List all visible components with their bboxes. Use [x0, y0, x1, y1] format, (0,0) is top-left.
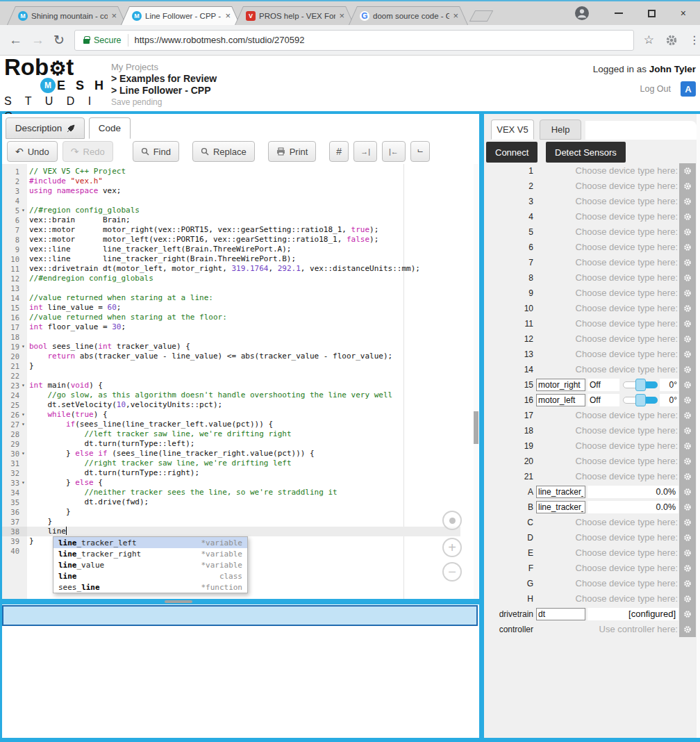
code-line[interactable]: 27▾ if(sees_line(line_tracker_left.value… [2, 420, 460, 429]
breadcrumb-folder[interactable]: > Examples for Review [111, 73, 217, 85]
device-gear-button[interactable] [679, 393, 696, 408]
fold-arrow-icon[interactable]: ▾ [19, 410, 27, 420]
device-gear-button[interactable] [679, 316, 696, 331]
device-gear-button[interactable] [679, 240, 696, 255]
device-gear-button[interactable] [679, 622, 696, 637]
redo-button[interactable]: ↷Redo [62, 141, 113, 162]
minimize-button[interactable] [615, 13, 623, 14]
code-line[interactable]: 16//value returned when staring at the f… [2, 313, 460, 322]
forward-icon[interactable]: → [31, 33, 44, 48]
browser-tab[interactable]: VPROS help - VEX Forum× [235, 6, 354, 25]
code-line[interactable]: 8vex::motor motor_left(vex::PORT16, vex:… [2, 235, 460, 245]
device-gear-button[interactable] [679, 377, 696, 393]
device-gear-button[interactable] [679, 209, 696, 224]
tab-description[interactable]: Description [6, 117, 85, 139]
device-name-input[interactable] [536, 501, 585, 513]
maximize-button[interactable] [648, 10, 656, 17]
slider-handle[interactable] [635, 379, 646, 391]
pin-icon[interactable] [67, 124, 75, 133]
code-line[interactable]: 10vex::line line_tracker_right(Brain.Thr… [2, 254, 460, 264]
line-numbers-button[interactable]: # [329, 141, 349, 162]
tab-help[interactable]: Help [540, 119, 581, 140]
autocomplete-item[interactable]: line_value*variable [53, 559, 247, 570]
device-gear-button[interactable] [679, 423, 696, 438]
device-gear-button[interactable] [679, 347, 696, 362]
device-gear-button[interactable] [679, 224, 696, 240]
device-gear-button[interactable] [679, 270, 696, 286]
motor-power-slider[interactable] [623, 381, 658, 388]
zoom-in-button[interactable]: + [442, 538, 462, 557]
device-gear-button[interactable] [679, 607, 696, 622]
device-name-input[interactable] [536, 394, 585, 406]
vertical-divider[interactable] [479, 114, 484, 742]
zoom-out-button[interactable]: − [442, 562, 462, 582]
refresh-icon[interactable]: ↻ [53, 32, 65, 48]
translate-icon[interactable]: A [681, 81, 696, 97]
device-name-input[interactable] [536, 379, 585, 391]
tab-close-icon[interactable]: × [225, 11, 231, 20]
tab-close-icon[interactable]: × [339, 11, 344, 20]
autocomplete-item[interactable]: line_tracker_left*variable [53, 537, 247, 548]
code-line[interactable]: 23▾int main(void) { [2, 381, 460, 390]
code-line[interactable]: 6vex::brain Brain; [2, 215, 460, 225]
tab-code[interactable]: Code [89, 117, 131, 139]
device-name-input[interactable] [536, 486, 585, 498]
profile-icon[interactable] [574, 6, 590, 21]
toggle-comment-button[interactable]: ¬ [410, 141, 430, 162]
code-line[interactable]: 17int floor_value = 30; [2, 322, 460, 332]
tab-vex-v5[interactable]: VEX V5 [491, 119, 534, 140]
print-button[interactable]: Print [268, 141, 317, 162]
url-omnibox[interactable]: Secure https://www.robotmesh.com/studio/… [74, 30, 634, 51]
code-line[interactable]: 2#include "vex.h" [2, 176, 460, 186]
browser-tab[interactable]: MShining mountain - copy× [7, 6, 126, 25]
autocomplete-item[interactable]: line_tracker_right*variable [53, 548, 247, 559]
device-gear-button[interactable] [679, 255, 696, 270]
code-line[interactable]: 7vex::motor motor_right(vex::PORT15, vex… [2, 225, 460, 235]
device-name-input[interactable] [536, 608, 585, 620]
device-gear-button[interactable] [679, 469, 696, 484]
device-gear-button[interactable] [679, 484, 696, 500]
autocomplete-item[interactable]: lineclass [53, 570, 247, 582]
code-line[interactable]: 24 //go slow, as this algorithm doesn't … [2, 390, 460, 400]
logout-link[interactable]: Log Out [640, 84, 671, 94]
fold-arrow-icon[interactable]: ▾ [19, 381, 27, 390]
code-line[interactable]: 14//value returned when staring at a lin… [2, 293, 460, 303]
code-line[interactable]: 28 //left tracker saw line, we're drifti… [2, 429, 460, 439]
device-gear-button[interactable] [679, 301, 696, 316]
code-line[interactable]: 30▾ } else if (sees_line(line_tracker_ri… [2, 449, 460, 459]
device-gear-button[interactable] [679, 454, 696, 469]
scroll-target-icon[interactable] [442, 511, 462, 530]
browser-tab[interactable]: Gdoom source code - Goo× [349, 6, 468, 25]
code-line[interactable]: 13 [2, 283, 460, 293]
code-line[interactable]: 38 line [2, 527, 460, 536]
code-line[interactable]: 4 [2, 196, 460, 206]
device-gear-button[interactable] [679, 331, 696, 347]
code-line[interactable]: 20 return abs(tracker_value - line_value… [2, 352, 460, 361]
code-line[interactable]: 25 dt.setVelocity(10,velocityUnits::pct)… [2, 400, 460, 410]
code-line[interactable]: 29 dt.turn(turnType::left); [2, 439, 460, 449]
close-button[interactable]: × [681, 8, 686, 18]
device-gear-button[interactable] [679, 576, 696, 591]
device-gear-button[interactable] [679, 194, 696, 209]
console-input[interactable] [2, 605, 478, 626]
device-gear-button[interactable] [679, 438, 696, 454]
device-gear-button[interactable] [679, 500, 696, 515]
fold-arrow-icon[interactable]: ▾ [19, 420, 27, 429]
fold-arrow-icon[interactable]: ▾ [19, 478, 27, 488]
code-line[interactable]: 5▾//#region config_globals [2, 206, 460, 215]
device-gear-button[interactable] [679, 163, 696, 179]
device-gear-button[interactable] [679, 408, 696, 423]
bookmark-star-icon[interactable]: ☆ [644, 33, 654, 47]
editor-scrollbar[interactable] [474, 164, 478, 599]
slider-handle[interactable] [635, 394, 646, 406]
tab-close-icon[interactable]: × [453, 11, 458, 20]
tab-close-icon[interactable]: × [111, 11, 117, 20]
device-gear-button[interactable] [679, 179, 696, 194]
device-gear-button[interactable] [679, 561, 696, 576]
fold-arrow-icon[interactable]: ▾ [19, 342, 27, 352]
detect-sensors-button[interactable]: Detect Sensors [546, 142, 626, 163]
scrollbar-thumb[interactable] [474, 411, 478, 444]
code-line[interactable]: 36 } [2, 507, 460, 517]
connect-button[interactable]: Connect [486, 142, 538, 163]
browser-tab[interactable]: MLine Follower - CPP - Rob× [121, 6, 240, 25]
